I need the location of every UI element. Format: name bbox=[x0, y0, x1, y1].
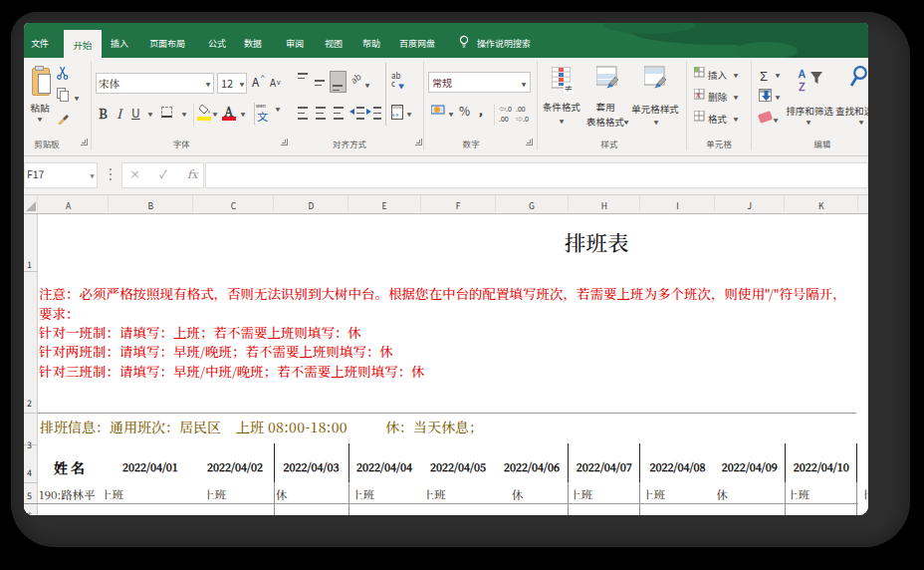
svg-text:x: x bbox=[696, 89, 701, 100]
